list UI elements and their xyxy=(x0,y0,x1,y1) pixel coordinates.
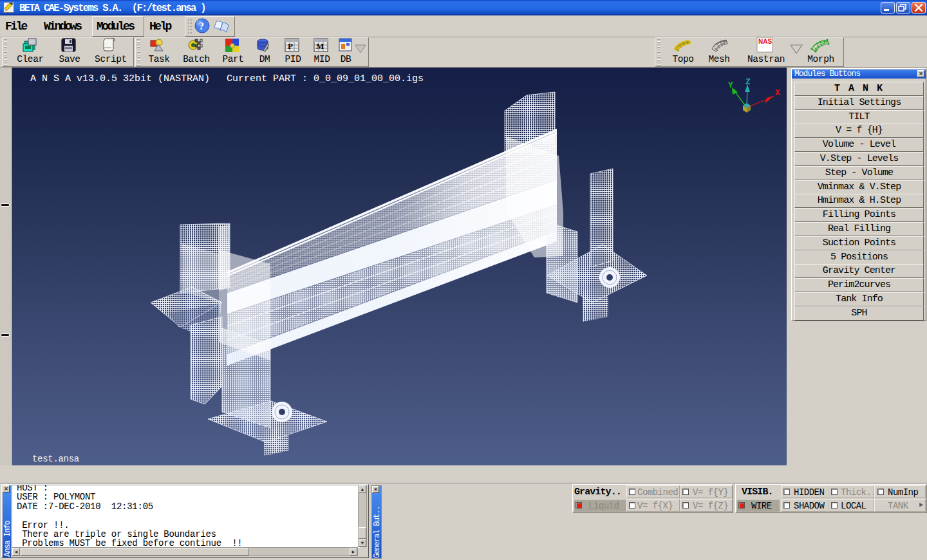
svg-text:?: ? xyxy=(199,21,204,32)
svg-text:M: M xyxy=(316,41,324,51)
svg-text:test.ansa: test.ansa xyxy=(32,454,79,464)
svg-text:Z: Z xyxy=(745,77,751,87)
svg-text:P: P xyxy=(288,41,293,51)
svg-text:X: X xyxy=(775,88,780,98)
svg-text:Current PART : 0_0_09_01_00_00: Current PART : 0_0_09_01_00_00.igs xyxy=(227,73,424,84)
svg-text:A N S A v13.0.5 32bit (NASTRAN: A N S A v13.0.5 32bit (NASTRAN) xyxy=(30,73,210,84)
svg-text:Y: Y xyxy=(728,80,733,90)
svg-text:NAS: NAS xyxy=(758,38,772,45)
